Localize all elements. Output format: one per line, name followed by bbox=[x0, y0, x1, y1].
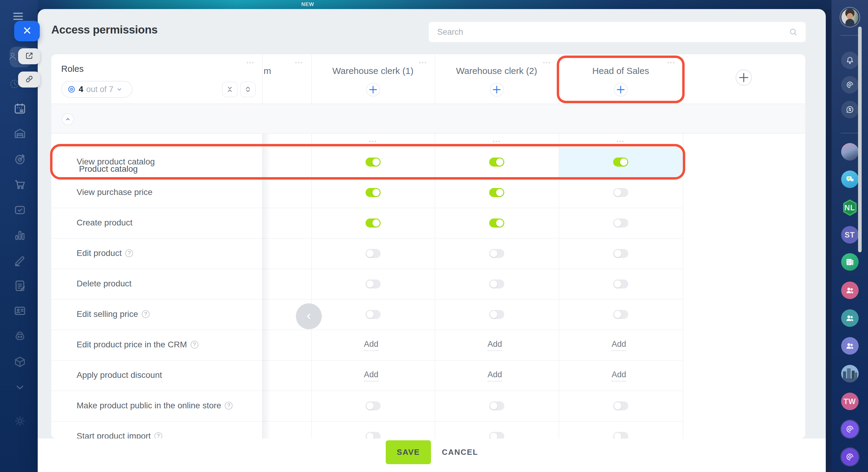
close-icon bbox=[22, 25, 32, 37]
permission-toggle-off[interactable] bbox=[366, 402, 381, 410]
sidebar-item-tasks-icon[interactable] bbox=[13, 203, 27, 217]
sidebar-item-crm-target-icon[interactable] bbox=[13, 152, 27, 166]
toggle-knob bbox=[614, 189, 621, 196]
permission-row-label: Make product public in the online store? bbox=[76, 401, 232, 410]
chat-avatar-messages[interactable] bbox=[841, 171, 859, 188]
rows-column-menu-wc2[interactable] bbox=[493, 141, 500, 142]
permission-toggle-off[interactable] bbox=[489, 249, 504, 258]
save-button[interactable]: SAVE bbox=[386, 440, 431, 464]
permission-toggle-on[interactable] bbox=[366, 218, 381, 228]
chat-avatar-city[interactable] bbox=[841, 365, 859, 382]
modal-footer: SAVE CANCEL bbox=[38, 439, 826, 472]
column-menu-wc2[interactable] bbox=[543, 62, 550, 63]
chat-avatar-group-1[interactable] bbox=[841, 282, 859, 299]
modal-scrollbar[interactable] bbox=[858, 27, 862, 252]
permission-toggle-on[interactable] bbox=[366, 188, 381, 197]
copilot-chat-2[interactable] bbox=[841, 448, 859, 466]
column-menu-wc1[interactable] bbox=[419, 62, 426, 63]
column-menu-partial[interactable] bbox=[295, 62, 302, 63]
copilot-chat-1[interactable] bbox=[841, 420, 859, 438]
permission-toggle-off[interactable] bbox=[366, 279, 381, 289]
sidebar-item-planner-icon[interactable] bbox=[13, 102, 27, 115]
permission-toggle-off[interactable] bbox=[489, 432, 504, 439]
cancel-button[interactable]: CANCEL bbox=[438, 440, 482, 464]
chat-avatar-group-2[interactable] bbox=[841, 309, 859, 327]
roles-pane-title: Roles bbox=[61, 64, 84, 74]
page-top-strip: NEW bbox=[38, 0, 832, 10]
permission-toggle-off[interactable] bbox=[489, 402, 504, 410]
chat-avatar-photo[interactable] bbox=[841, 143, 859, 160]
add-permission-link[interactable]: Add bbox=[488, 340, 502, 351]
roles-pane-menu[interactable] bbox=[247, 62, 254, 63]
help-icon[interactable]: ? bbox=[225, 402, 232, 410]
chat-badge-nl[interactable]: NL bbox=[841, 199, 859, 216]
add-permission-link[interactable]: Add bbox=[612, 340, 626, 351]
chat-badge-tw-label: TW bbox=[841, 393, 859, 410]
add-permission-holder-button-wc2[interactable] bbox=[490, 83, 504, 96]
sidebar-item-settings-gear-icon[interactable] bbox=[13, 414, 27, 427]
chat-badge-st[interactable]: ST bbox=[841, 226, 859, 243]
add-permission-link[interactable]: Add bbox=[364, 340, 378, 351]
permission-toggle-on[interactable] bbox=[489, 188, 504, 197]
add-permission-link[interactable]: Add bbox=[364, 370, 378, 381]
permission-name: Start product import bbox=[76, 431, 151, 439]
roles-filter-chip[interactable]: 4 out of 7 bbox=[61, 81, 132, 98]
profile-avatar[interactable] bbox=[840, 7, 860, 27]
permission-toggle-off[interactable] bbox=[613, 188, 628, 197]
sidebar-item-inventory-box-icon[interactable] bbox=[13, 355, 27, 368]
permission-toggle-on[interactable] bbox=[489, 157, 504, 167]
sidebar-item-automation-robot-icon[interactable] bbox=[13, 329, 27, 343]
notifications-bell-icon[interactable] bbox=[841, 52, 859, 69]
add-permission-holder-button-wc1[interactable] bbox=[366, 83, 380, 96]
help-icon[interactable]: ? bbox=[154, 432, 162, 439]
sidebar-item-contacts-card-icon[interactable] bbox=[13, 304, 27, 318]
sidebar-item-document-edit-icon[interactable] bbox=[13, 279, 27, 292]
copilot-icon[interactable] bbox=[841, 76, 859, 93]
add-permission-link[interactable]: Add bbox=[612, 370, 626, 381]
permission-row-label: Delete product bbox=[76, 279, 131, 289]
permission-toggle-off[interactable] bbox=[613, 279, 628, 289]
permission-toggle-off[interactable] bbox=[613, 432, 628, 439]
permission-toggle-off[interactable] bbox=[489, 279, 504, 289]
messenger-sync-icon[interactable] bbox=[841, 101, 859, 118]
permission-toggle-off[interactable] bbox=[366, 432, 381, 439]
toggle-knob bbox=[367, 311, 374, 318]
permission-toggle-on[interactable] bbox=[613, 157, 628, 167]
rows-column-menu-hos[interactable] bbox=[617, 141, 624, 142]
open-in-new-window-button[interactable] bbox=[18, 48, 40, 64]
copy-link-button[interactable] bbox=[18, 71, 40, 88]
close-slider-button[interactable] bbox=[14, 21, 40, 41]
sort-roles-button[interactable] bbox=[240, 82, 256, 97]
help-icon[interactable]: ? bbox=[125, 249, 133, 257]
sidebar-item-more-chevron-icon[interactable] bbox=[13, 381, 27, 394]
permission-toggle-off[interactable] bbox=[489, 310, 504, 319]
sidebar-item-warehouse-icon[interactable] bbox=[13, 127, 27, 140]
add-permission-holder-button-hos[interactable] bbox=[614, 83, 628, 96]
search-input[interactable] bbox=[429, 27, 789, 37]
permission-toggle-off[interactable] bbox=[613, 310, 628, 319]
rows-column-menu-wc1[interactable] bbox=[369, 141, 376, 142]
section-collapse-icon[interactable] bbox=[62, 113, 74, 125]
collapse-pane-handle[interactable] bbox=[296, 303, 322, 329]
permission-toggle-off[interactable] bbox=[366, 249, 381, 258]
permission-toggle-off[interactable] bbox=[613, 402, 628, 410]
column-menu-hos[interactable] bbox=[668, 62, 674, 63]
permission-toggle-off[interactable] bbox=[613, 249, 628, 258]
sidebar-item-esign-icon[interactable] bbox=[13, 254, 27, 267]
permission-toggle-on[interactable] bbox=[366, 157, 381, 167]
collapse-all-button[interactable] bbox=[222, 82, 238, 97]
permission-toggle-off[interactable] bbox=[366, 310, 381, 319]
sidebar-item-cart-icon[interactable] bbox=[13, 178, 27, 191]
search-icon[interactable] bbox=[789, 27, 798, 36]
chat-avatar-group-3[interactable] bbox=[841, 337, 859, 355]
help-icon[interactable]: ? bbox=[191, 341, 198, 349]
permission-toggle-off[interactable] bbox=[613, 218, 628, 228]
chat-badge-tw[interactable]: TW bbox=[841, 393, 859, 410]
chat-avatar-news[interactable] bbox=[841, 253, 859, 271]
permission-toggle-on[interactable] bbox=[489, 218, 504, 228]
toggle-knob bbox=[490, 311, 497, 318]
help-icon[interactable]: ? bbox=[142, 310, 150, 318]
add-role-button[interactable] bbox=[736, 69, 752, 86]
sidebar-item-chart-icon[interactable] bbox=[13, 229, 27, 242]
add-permission-link[interactable]: Add bbox=[488, 370, 502, 381]
